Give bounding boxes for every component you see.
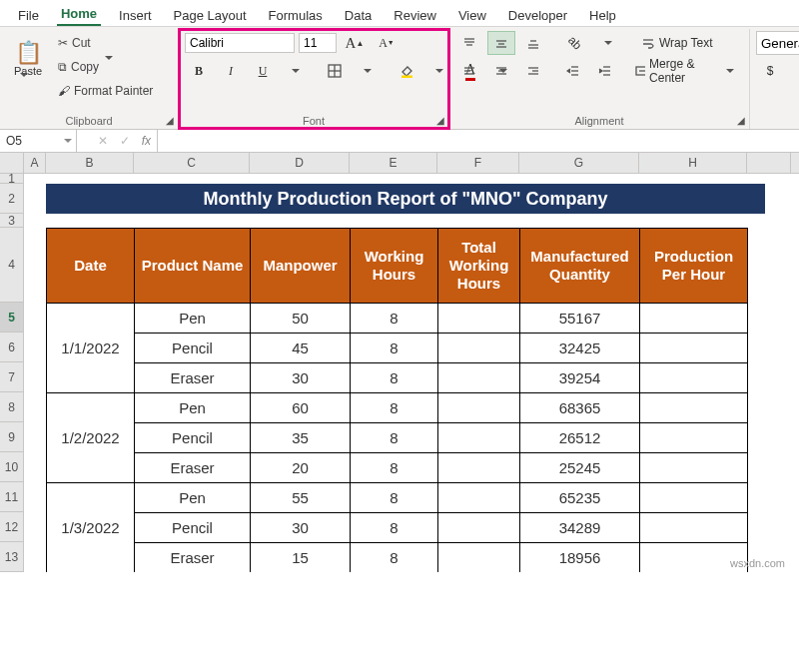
row-header[interactable]: 10 (0, 452, 24, 482)
col-D[interactable]: D (250, 153, 350, 173)
th-product[interactable]: Product Name (135, 229, 251, 304)
cell-wh[interactable]: 8 (351, 304, 438, 334)
cell-twh[interactable] (438, 363, 520, 393)
format-painter-button[interactable]: 🖌 Format Painter (54, 79, 172, 103)
row-header[interactable]: 2 (0, 184, 24, 214)
row-header[interactable]: 9 (0, 422, 24, 452)
cell-twh[interactable] (438, 483, 520, 513)
col-F[interactable]: F (437, 153, 519, 173)
tab-help[interactable]: Help (585, 5, 620, 26)
accounting-format-button[interactable]: $ (756, 59, 784, 83)
cell-wh[interactable]: 8 (351, 393, 438, 423)
cell-twh[interactable] (438, 543, 520, 573)
cell-man[interactable]: 35 (251, 423, 351, 453)
cell-twh[interactable] (438, 393, 520, 423)
th-total-working-hours[interactable]: Total Working Hours (438, 229, 520, 304)
font-size-input[interactable] (299, 33, 337, 53)
cell-mq[interactable]: 34289 (520, 513, 640, 543)
cell-product[interactable]: Pencil (135, 513, 251, 543)
row-header[interactable]: 4 (0, 228, 24, 303)
th-manufactured-qty[interactable]: Manufactured Quantity (520, 229, 640, 304)
tab-insert[interactable]: Insert (115, 5, 156, 26)
cell-man[interactable]: 45 (251, 334, 351, 363)
cell-man[interactable]: 15 (251, 543, 351, 573)
row-header[interactable]: 12 (0, 512, 24, 542)
align-middle-button[interactable] (487, 31, 515, 55)
font-name-input[interactable] (185, 33, 295, 53)
underline-button[interactable]: U (249, 59, 277, 83)
cell-twh[interactable] (438, 513, 520, 543)
cell-twh[interactable] (438, 423, 520, 453)
cell-product[interactable]: Eraser (135, 453, 251, 483)
cell-mq[interactable]: 26512 (520, 423, 640, 453)
row-header[interactable]: 8 (0, 392, 24, 422)
cell-mq[interactable]: 39254 (520, 363, 640, 393)
fill-color-dropdown[interactable] (424, 59, 452, 83)
row-header[interactable]: 13 (0, 542, 24, 572)
row-header[interactable]: 3 (0, 214, 24, 228)
cell-product[interactable]: Eraser (135, 363, 251, 393)
cell-man[interactable]: 55 (251, 483, 351, 513)
cell-pph[interactable] (640, 334, 748, 363)
select-all-corner[interactable] (0, 153, 24, 173)
increase-indent-button[interactable] (591, 59, 619, 83)
grid-area[interactable]: Monthly Production Report of "MNO" Compa… (24, 174, 791, 572)
orientation-dropdown[interactable] (593, 31, 621, 55)
copy-button[interactable]: ⧉ Copy (54, 55, 172, 79)
cell-wh[interactable]: 8 (351, 453, 438, 483)
col-E[interactable]: E (350, 153, 437, 173)
cell-mq[interactable]: 68365 (520, 393, 640, 423)
cell-man[interactable]: 30 (251, 513, 351, 543)
col-A[interactable]: A (24, 153, 46, 173)
row-header[interactable]: 6 (0, 333, 24, 362)
cut-button[interactable]: ✂ Cut (54, 31, 172, 55)
tab-page-layout[interactable]: Page Layout (170, 5, 251, 26)
th-date[interactable]: Date (47, 229, 135, 304)
tab-developer[interactable]: Developer (504, 5, 571, 26)
cell-wh[interactable]: 8 (351, 513, 438, 543)
align-right-button[interactable] (519, 59, 547, 83)
paste-button[interactable]: 📋 Paste (6, 31, 50, 95)
cell-man[interactable]: 60 (251, 393, 351, 423)
cell-man[interactable]: 20 (251, 453, 351, 483)
dialog-launcher-icon[interactable]: ◢ (737, 115, 745, 126)
dialog-launcher-icon[interactable]: ◢ (166, 115, 174, 126)
cell-pph[interactable] (640, 304, 748, 334)
decrease-indent-button[interactable] (559, 59, 587, 83)
cell-date[interactable]: 1/2/2022 (47, 393, 135, 483)
cell-wh[interactable]: 8 (351, 543, 438, 573)
tab-review[interactable]: Review (390, 5, 440, 26)
cell-man[interactable]: 50 (251, 304, 351, 334)
cell-product[interactable]: Pen (135, 483, 251, 513)
cell-pph[interactable] (640, 423, 748, 453)
tab-data[interactable]: Data (341, 5, 376, 26)
number-format-input[interactable] (756, 31, 799, 55)
col-extra[interactable] (747, 153, 791, 173)
cell-product[interactable]: Pen (135, 304, 251, 334)
cell-twh[interactable] (438, 304, 520, 334)
row-header[interactable]: 5 (0, 303, 24, 333)
borders-button[interactable] (321, 59, 349, 83)
cell-pph[interactable] (640, 483, 748, 513)
cell-date[interactable]: 1/3/2022 (47, 483, 135, 573)
tab-formulas[interactable]: Formulas (265, 5, 327, 26)
name-box[interactable]: O5 (0, 130, 77, 152)
tab-home[interactable]: Home (57, 3, 101, 26)
underline-dropdown[interactable] (281, 59, 309, 83)
cell-product[interactable]: Eraser (135, 543, 251, 573)
cell-product[interactable]: Pencil (135, 334, 251, 363)
align-center-button[interactable] (487, 59, 515, 83)
align-left-button[interactable] (455, 59, 483, 83)
merge-center-button[interactable]: Merge & Center (631, 59, 711, 83)
cell-pph[interactable] (640, 393, 748, 423)
th-production-per-hour[interactable]: Production Per Hour (640, 229, 748, 304)
cell-mq[interactable]: 25245 (520, 453, 640, 483)
fx-icon[interactable]: fx (142, 134, 151, 148)
col-C[interactable]: C (134, 153, 250, 173)
dialog-launcher-icon[interactable]: ◢ (436, 115, 444, 126)
cell-wh[interactable]: 8 (351, 423, 438, 453)
formula-input[interactable] (158, 130, 799, 152)
orientation-button[interactable]: ab (561, 31, 589, 55)
th-manpower[interactable]: Manpower (251, 229, 351, 304)
tab-view[interactable]: View (454, 5, 490, 26)
